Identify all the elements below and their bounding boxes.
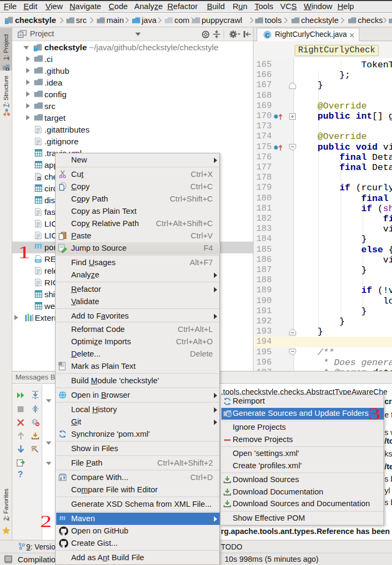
svg-text:C: C — [265, 32, 270, 38]
svg-text:MD: MD — [36, 259, 41, 262]
